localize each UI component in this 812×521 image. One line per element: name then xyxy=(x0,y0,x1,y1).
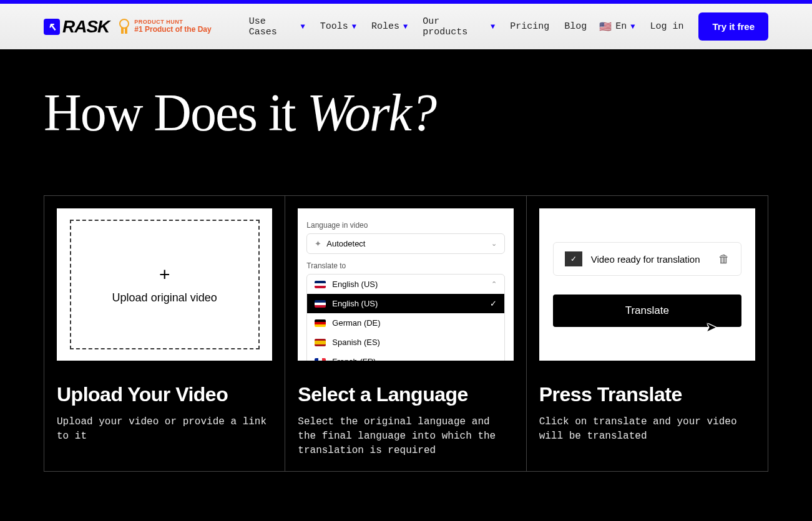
nav-label: Roles xyxy=(371,21,399,32)
card-title: Select a Language xyxy=(298,383,513,406)
flag-icon xyxy=(315,281,326,288)
logo-group: ↖ RASK PRODUCT HUNT #1 Product of the Da… xyxy=(44,17,212,37)
lang-option-text: English (US) xyxy=(332,299,378,308)
plus-icon: + xyxy=(159,264,170,285)
lang-option-en[interactable]: English (US) ✓ xyxy=(307,294,504,313)
product-hunt-sub: #1 Product of the Day xyxy=(134,26,211,34)
page-headline: How Does it Work? xyxy=(44,87,768,139)
trash-icon[interactable]: 🗑 xyxy=(718,253,730,266)
translate-mockup: ✓ Video ready for translation 🗑 Translat… xyxy=(539,208,755,361)
headline-part1: How Does it xyxy=(44,84,307,142)
lang-option-es[interactable]: Spanish (ES) xyxy=(307,333,504,352)
card-title: Upload Your Video xyxy=(57,383,272,406)
lang-label: En xyxy=(615,21,627,32)
translate-button-label: Translate xyxy=(625,304,669,316)
headline-part2: Work? xyxy=(307,84,436,142)
header-right: 🇺🇸 En ▼ Log in Try it free xyxy=(599,12,768,41)
chevron-down-icon: ▼ xyxy=(301,22,305,31)
flag-icon: 🇺🇸 xyxy=(599,21,612,33)
nav-label: Tools xyxy=(320,21,348,32)
chevron-down-icon: ▼ xyxy=(630,22,635,31)
lang-label-source: Language in video xyxy=(306,221,504,230)
card-image-translate: ✓ Video ready for translation 🗑 Translat… xyxy=(539,208,755,361)
nav-roles[interactable]: Roles ▼ xyxy=(371,16,408,37)
lang-option-de[interactable]: German (DE) xyxy=(307,313,504,333)
upload-dropzone[interactable]: + Upload original video xyxy=(70,220,260,349)
autodetect-text: Autodetect xyxy=(326,239,365,248)
nav-use-cases[interactable]: Use Cases ▼ xyxy=(249,16,305,37)
nav-tools[interactable]: Tools ▼ xyxy=(320,16,356,37)
nav-blog[interactable]: Blog xyxy=(564,16,587,37)
main-nav: Use Cases ▼ Tools ▼ Roles ▼ Our products… xyxy=(249,16,587,37)
card-select-language: Language in video ✦ Autodetect ⌄ Transla… xyxy=(285,196,526,471)
nav-label: Our products xyxy=(423,16,487,37)
lang-option-text: French (FR) xyxy=(332,357,376,361)
main-content: How Does it Work? + Upload original vide… xyxy=(0,49,812,497)
translate-button[interactable]: Translate ➤ xyxy=(553,295,741,327)
chevron-down-icon: ▼ xyxy=(352,22,356,31)
lang-option-text: English (US) xyxy=(332,280,378,289)
card-translate: ✓ Video ready for translation 🗑 Translat… xyxy=(527,196,768,471)
nav-label: Pricing xyxy=(510,21,549,32)
try-free-button[interactable]: Try it free xyxy=(698,12,768,41)
card-desc: Click on translate and your video will b… xyxy=(539,415,755,444)
video-thumbnail-icon: ✓ xyxy=(565,251,582,266)
card-desc: Upload your video or provide a link to i… xyxy=(57,415,272,444)
flag-icon xyxy=(315,300,326,308)
nav-label: Use Cases xyxy=(249,16,297,37)
card-image-upload: + Upload original video xyxy=(57,208,272,361)
card-upload: + Upload original video Upload Your Vide… xyxy=(44,196,285,471)
logo-text: RASK xyxy=(62,17,109,37)
chevron-up-icon: ⌃ xyxy=(491,280,497,288)
sparkle-icon: ✦ xyxy=(315,239,321,248)
check-icon: ✓ xyxy=(490,299,497,308)
header: ↖ RASK PRODUCT HUNT #1 Product of the Da… xyxy=(0,4,812,49)
flag-icon xyxy=(315,339,326,346)
nav-our-products[interactable]: Our products ▼ xyxy=(423,16,495,37)
lang-option-text: Spanish (ES) xyxy=(332,338,380,347)
product-hunt-text: PRODUCT HUNT #1 Product of the Day xyxy=(134,19,211,34)
upload-text: Upload original video xyxy=(112,291,217,304)
source-language-input[interactable]: ✦ Autodetect ⌄ xyxy=(306,233,504,254)
ready-text: Video ready for translation xyxy=(591,254,710,265)
logo[interactable]: ↖ RASK xyxy=(44,17,109,37)
language-select-mockup: Language in video ✦ Autodetect ⌄ Transla… xyxy=(298,208,513,361)
product-hunt-badge: PRODUCT HUNT #1 Product of the Day xyxy=(118,19,211,35)
video-ready-row: ✓ Video ready for translation 🗑 xyxy=(553,242,741,276)
flag-icon xyxy=(315,319,326,327)
flag-icon xyxy=(315,358,326,361)
logo-mark-icon: ↖ xyxy=(44,19,60,35)
chevron-down-icon: ▼ xyxy=(491,22,495,31)
nav-pricing[interactable]: Pricing xyxy=(510,16,549,37)
lang-option-fr[interactable]: French (FR) xyxy=(307,352,504,361)
award-icon xyxy=(118,19,130,35)
login-link[interactable]: Log in xyxy=(650,21,683,32)
chevron-down-icon: ⌄ xyxy=(491,240,497,248)
language-selector[interactable]: 🇺🇸 En ▼ xyxy=(599,21,635,33)
how-it-works-cards: + Upload original video Upload Your Vide… xyxy=(44,195,768,472)
card-title: Press Translate xyxy=(539,383,755,406)
target-language-dropdown: English (US) ⌃ English (US) ✓ xyxy=(306,274,504,361)
lang-selected-display[interactable]: English (US) ⌃ xyxy=(307,275,504,294)
lang-label-target: Translate to xyxy=(306,261,504,270)
card-image-language: Language in video ✦ Autodetect ⌄ Transla… xyxy=(298,208,513,361)
nav-label: Blog xyxy=(564,21,587,32)
card-desc: Select the original language and the fin… xyxy=(298,415,513,459)
chevron-down-icon: ▼ xyxy=(403,22,408,31)
lang-option-text: German (DE) xyxy=(332,318,380,328)
cursor-icon: ➤ xyxy=(706,319,717,334)
